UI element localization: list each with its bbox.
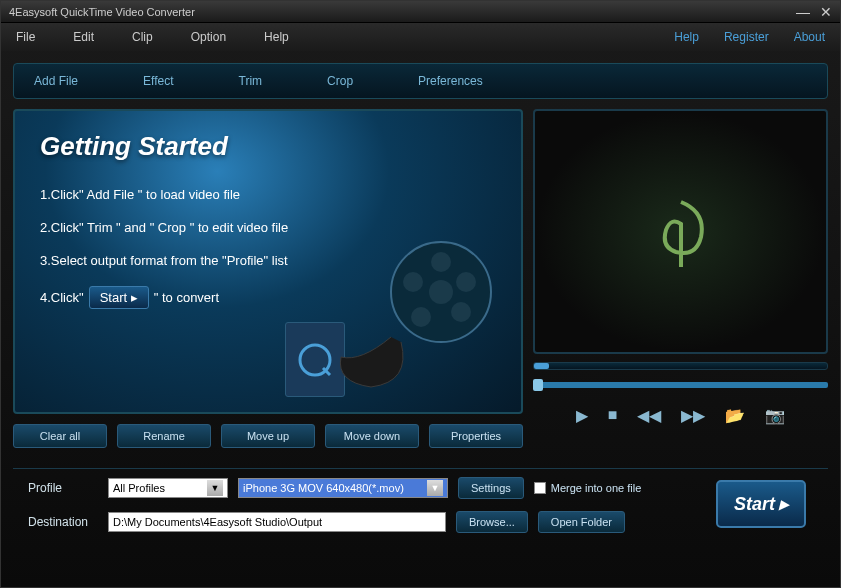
step-1: 1.Click" Add File " to load video file [40, 187, 496, 202]
logo-icon [631, 182, 731, 282]
merge-checkbox[interactable] [534, 482, 546, 494]
action-bar: Clear all Rename Move up Move down Prope… [13, 424, 523, 448]
menu-file[interactable]: File [16, 30, 35, 44]
welcome-panel: Getting Started 1.Click" Add File " to l… [13, 109, 523, 414]
profile-row: Profile All Profiles ▼ iPhone 3G MOV 640… [28, 477, 813, 499]
menu-clip[interactable]: Clip [132, 30, 153, 44]
rename-button[interactable]: Rename [117, 424, 211, 448]
menu-right: Help Register About [674, 30, 825, 44]
snapshot-icon[interactable]: 📷 [765, 406, 785, 425]
right-panel: ▶ ■ ◀◀ ▶▶ 📂 📷 [533, 109, 828, 448]
svg-point-2 [429, 280, 453, 304]
destination-input[interactable] [108, 512, 446, 532]
properties-button[interactable]: Properties [429, 424, 523, 448]
stop-button[interactable]: ■ [608, 406, 618, 425]
profile-format-dropdown[interactable]: iPhone 3G MOV 640x480(*.mov) ▼ [238, 478, 448, 498]
progress-bar [533, 362, 828, 370]
svg-point-7 [403, 272, 423, 292]
svg-point-5 [451, 302, 471, 322]
inline-start-button: Start ▸ [89, 286, 149, 309]
chevron-down-icon: ▼ [207, 480, 223, 496]
seek-slider[interactable] [533, 382, 828, 388]
open-folder-button[interactable]: Open Folder [538, 511, 625, 533]
toolbar-crop[interactable]: Crop [327, 74, 353, 88]
destination-row: Destination Browse... Open Folder [28, 511, 813, 533]
move-up-button[interactable]: Move up [221, 424, 315, 448]
main-area: Getting Started 1.Click" Add File " to l… [13, 109, 828, 448]
clear-all-button[interactable]: Clear all [13, 424, 107, 448]
player-controls: ▶ ■ ◀◀ ▶▶ 📂 📷 [533, 406, 828, 425]
menu-help[interactable]: Help [264, 30, 289, 44]
welcome-title: Getting Started [40, 131, 496, 162]
window-title: 4Easysoft QuickTime Video Converter [9, 6, 796, 18]
svg-point-4 [456, 272, 476, 292]
settings-button[interactable]: Settings [458, 477, 524, 499]
menu-option[interactable]: Option [191, 30, 226, 44]
toolbar-effect[interactable]: Effect [143, 74, 173, 88]
toolbar-add-file[interactable]: Add File [34, 74, 78, 88]
menubar: File Edit Clip Option Help Help Register… [1, 23, 840, 51]
play-button[interactable]: ▶ [576, 406, 588, 425]
play-icon: ▸ [779, 493, 788, 515]
merge-label: Merge into one file [551, 482, 642, 494]
minimize-button[interactable]: — [796, 4, 810, 20]
bottom-section: Profile All Profiles ▼ iPhone 3G MOV 640… [13, 468, 828, 553]
profile-filter-dropdown[interactable]: All Profiles ▼ [108, 478, 228, 498]
toolbar: Add File Effect Trim Crop Preferences [13, 63, 828, 99]
link-register[interactable]: Register [724, 30, 769, 44]
preview-area [533, 109, 828, 354]
merge-checkbox-wrap[interactable]: Merge into one file [534, 482, 642, 494]
open-icon[interactable]: 📂 [725, 406, 745, 425]
next-button[interactable]: ▶▶ [681, 406, 705, 425]
svg-point-3 [431, 252, 451, 272]
svg-point-6 [411, 307, 431, 327]
window-controls: — ✕ [796, 4, 832, 20]
titlebar: 4Easysoft QuickTime Video Converter — ✕ [1, 1, 840, 23]
progress-fill [534, 363, 549, 369]
toolbar-trim[interactable]: Trim [239, 74, 263, 88]
destination-label: Destination [28, 515, 98, 529]
seek-thumb[interactable] [533, 379, 543, 391]
browse-button[interactable]: Browse... [456, 511, 528, 533]
toolbar-preferences[interactable]: Preferences [418, 74, 483, 88]
close-button[interactable]: ✕ [820, 4, 832, 20]
content-area: Add File Effect Trim Crop Preferences Ge… [1, 51, 840, 565]
link-help[interactable]: Help [674, 30, 699, 44]
move-down-button[interactable]: Move down [325, 424, 419, 448]
prev-button[interactable]: ◀◀ [637, 406, 661, 425]
chevron-down-icon: ▼ [427, 480, 443, 496]
film-reel-graphic [331, 222, 511, 402]
main-window: 4Easysoft QuickTime Video Converter — ✕ … [0, 0, 841, 588]
profile-label: Profile [28, 481, 98, 495]
link-about[interactable]: About [794, 30, 825, 44]
left-panel: Getting Started 1.Click" Add File " to l… [13, 109, 523, 448]
start-button[interactable]: Start▸ [716, 480, 806, 528]
menu-edit[interactable]: Edit [73, 30, 94, 44]
